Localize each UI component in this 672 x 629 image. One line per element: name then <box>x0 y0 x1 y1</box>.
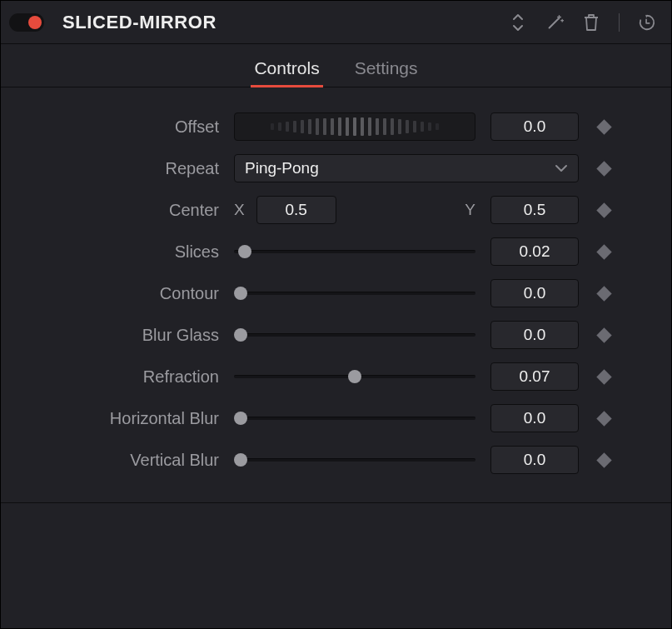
refraction-label: Refraction <box>1 367 234 387</box>
inspector-header: SLICED-MIRROR <box>1 1 671 44</box>
enable-toggle[interactable] <box>9 13 44 32</box>
magic-wand-icon[interactable] <box>545 13 564 32</box>
contour-keyframe-icon[interactable] <box>596 286 611 301</box>
blur-glass-keyframe-icon[interactable] <box>596 327 611 342</box>
contour-slider[interactable] <box>234 285 475 302</box>
toggle-knob <box>28 16 42 29</box>
header-actions <box>509 13 656 32</box>
vertical-blur-keyframe-icon[interactable] <box>596 452 611 467</box>
versions-icon[interactable] <box>509 13 527 32</box>
reset-icon[interactable] <box>638 13 656 32</box>
refraction-slider[interactable] <box>234 368 475 385</box>
vertical-blur-slider[interactable] <box>234 452 475 468</box>
header-divider <box>619 13 620 32</box>
center-y-value[interactable]: 0.5 <box>490 196 579 224</box>
row-contour: Contour 0.0 <box>1 272 671 314</box>
horizontal-blur-slider[interactable] <box>234 410 475 427</box>
vertical-blur-value[interactable]: 0.0 <box>490 446 579 474</box>
refraction-keyframe-icon[interactable] <box>596 369 611 384</box>
horizontal-blur-label: Horizontal Blur <box>1 409 234 428</box>
row-center: Center X 0.5 Y 0.5 <box>1 189 671 231</box>
row-repeat: Repeat Ping-Pong <box>1 147 671 189</box>
row-horizontal-blur: Horizontal Blur 0.0 <box>1 397 671 439</box>
center-x-value[interactable]: 0.5 <box>256 196 336 224</box>
vertical-blur-label: Vertical Blur <box>1 451 234 470</box>
contour-value[interactable]: 0.0 <box>490 279 579 307</box>
offset-scrub-wheel[interactable] <box>234 112 475 141</box>
contour-label: Contour <box>1 284 234 303</box>
tab-settings[interactable]: Settings <box>355 58 418 87</box>
center-label: Center <box>1 201 234 220</box>
refraction-value[interactable]: 0.07 <box>490 362 579 391</box>
trash-icon[interactable] <box>582 13 600 32</box>
chevron-down-icon <box>555 164 568 172</box>
offset-label: Offset <box>1 117 234 137</box>
repeat-label: Repeat <box>1 159 234 178</box>
horizontal-blur-keyframe-icon[interactable] <box>596 411 611 426</box>
blur-glass-slider[interactable] <box>234 327 475 343</box>
blur-glass-label: Blur Glass <box>1 326 234 345</box>
tab-controls[interactable]: Controls <box>254 58 319 87</box>
tabs-bar: Controls Settings <box>1 44 671 87</box>
row-vertical-blur: Vertical Blur 0.0 <box>1 439 671 481</box>
blur-glass-value[interactable]: 0.0 <box>490 321 579 349</box>
slices-value[interactable]: 0.02 <box>490 237 579 266</box>
horizontal-blur-value[interactable]: 0.0 <box>490 404 579 432</box>
row-offset: Offset 0.0 <box>1 106 671 147</box>
row-blur-glass: Blur Glass 0.0 <box>1 314 671 356</box>
slices-label: Slices <box>1 242 234 262</box>
controls-panel: Offset 0.0 Repeat Ping-Pong Center X 0.5 <box>1 87 671 503</box>
node-title: SLICED-MIRROR <box>62 12 509 33</box>
row-slices: Slices 0.02 <box>1 231 671 272</box>
row-refraction: Refraction 0.07 <box>1 356 671 397</box>
center-y-label: Y <box>465 201 475 219</box>
repeat-select[interactable]: Ping-Pong <box>234 154 579 182</box>
slices-keyframe-icon[interactable] <box>596 244 611 259</box>
offset-value[interactable]: 0.0 <box>490 112 579 141</box>
repeat-keyframe-icon[interactable] <box>596 161 611 176</box>
center-keyframe-icon[interactable] <box>596 202 611 217</box>
offset-keyframe-icon[interactable] <box>596 119 611 134</box>
center-x-label: X <box>234 201 245 219</box>
repeat-select-value: Ping-Pong <box>245 159 319 177</box>
slices-slider[interactable] <box>234 243 475 260</box>
